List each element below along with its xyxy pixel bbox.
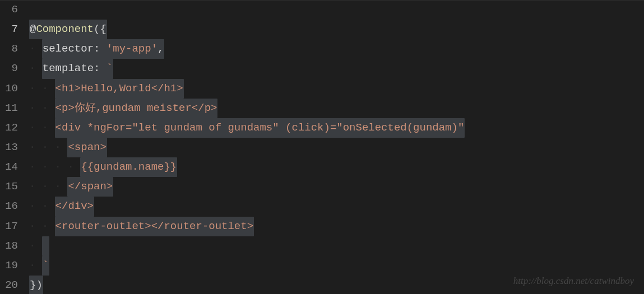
- code-line: · template: `: [29, 59, 644, 78]
- line-number: 15: [3, 177, 18, 197]
- code-line: · · <router-outlet></router-outlet>: [29, 217, 644, 236]
- code-line: · `: [29, 256, 644, 276]
- line-number-gutter: 6 7 8 9 10 11 12 13 14 15 16 17 18 19 20: [0, 0, 26, 294]
- line-number: 16: [3, 197, 18, 216]
- code-area[interactable]: @Component({ · selector: 'my-app', · tem…: [26, 0, 644, 294]
- line-number: 11: [3, 99, 18, 118]
- line-number: 7: [3, 20, 18, 39]
- line-number: 12: [3, 118, 18, 138]
- code-line: · · · <span>: [29, 138, 644, 157]
- code-line: @Component({: [29, 20, 644, 39]
- line-number: 13: [3, 138, 18, 157]
- line-number: 19: [3, 256, 18, 276]
- line-number: 8: [3, 39, 18, 59]
- line-number: 20: [3, 276, 18, 294]
- code-line: }): [29, 276, 644, 294]
- code-editor[interactable]: 6 7 8 9 10 11 12 13 14 15 16 17 18 19 20…: [0, 0, 644, 294]
- line-number: 6: [3, 0, 18, 20]
- code-line: ·: [29, 236, 644, 256]
- code-line: · · <p>你好,gundam meister</p>: [29, 99, 644, 118]
- code-line: · selector: 'my-app',: [29, 39, 644, 59]
- code-line: · · · </span>: [29, 177, 644, 197]
- line-number: 18: [3, 236, 18, 256]
- code-line: · · <h1>Hello,World</h1>: [29, 79, 644, 99]
- line-number: 10: [3, 79, 18, 99]
- line-number: 9: [3, 59, 18, 78]
- code-line: · · · · {{gundam.name}}: [29, 157, 644, 177]
- code-line: [29, 0, 644, 20]
- code-line: · · <div *ngFor="let gundam of gundams" …: [29, 118, 644, 138]
- line-number: 17: [3, 217, 18, 236]
- code-line: · · </div>: [29, 197, 644, 216]
- line-number: 14: [3, 157, 18, 177]
